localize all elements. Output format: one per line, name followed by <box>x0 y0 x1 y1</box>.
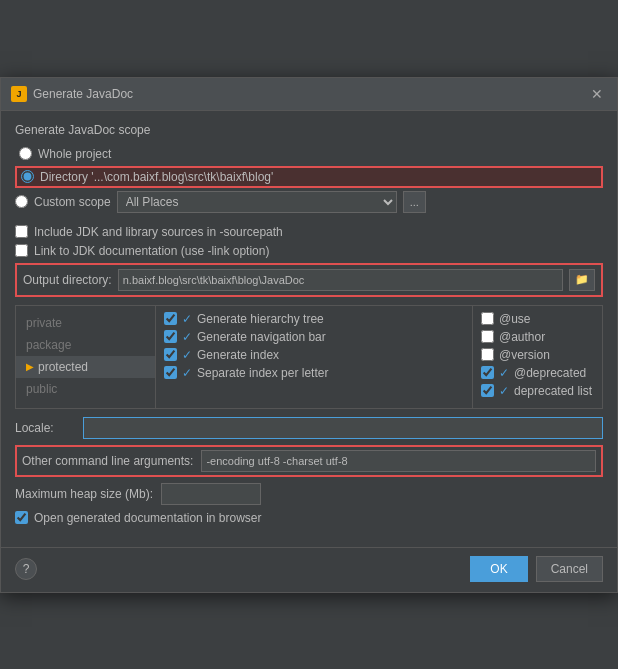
output-directory-row: Output directory: 📁 <box>15 263 603 297</box>
custom-scope-radio[interactable] <box>15 195 28 208</box>
ok-button[interactable]: OK <box>470 556 527 582</box>
dialog-title: Generate JavaDoc <box>33 87 133 101</box>
folder-icon: 📁 <box>575 273 589 286</box>
options-panel: ✓ Generate hierarchy tree ✓ Generate nav… <box>156 306 472 408</box>
generate-index-row: ✓ Generate index <box>164 348 464 362</box>
access-public[interactable]: public <box>16 378 155 400</box>
navigation-bar-checkbox[interactable] <box>164 330 177 343</box>
directory-label: Directory '...\com.baixf.blog\src\tk\bai… <box>40 170 273 184</box>
open-browser-checkbox[interactable] <box>15 511 28 524</box>
link-jdk-row: Link to JDK documentation (use -link opt… <box>15 244 603 258</box>
directory-row: Directory '...\com.baixf.blog\src\tk\bai… <box>15 166 603 188</box>
checkmark-deprecated: ✓ <box>499 366 509 380</box>
hierarchy-tree-checkbox[interactable] <box>164 312 177 325</box>
author-checkbox[interactable] <box>481 330 494 343</box>
title-bar: J Generate JavaDoc ✕ <box>1 78 617 111</box>
open-browser-label: Open generated documentation in browser <box>34 511 261 525</box>
access-protected-label: protected <box>38 360 88 374</box>
use-checkbox[interactable] <box>481 312 494 325</box>
generate-index-label: Generate index <box>197 348 279 362</box>
use-label: @use <box>499 312 531 326</box>
author-row: @author <box>481 330 594 344</box>
locale-label: Locale: <box>15 421 75 435</box>
hierarchy-tree-label: Generate hierarchy tree <box>197 312 324 326</box>
link-jdk-label: Link to JDK documentation (use -link opt… <box>34 244 269 258</box>
cmdline-row: Other command line arguments: <box>15 445 603 477</box>
include-jdk-label: Include JDK and library sources in -sour… <box>34 225 283 239</box>
output-label: Output directory: <box>23 273 112 287</box>
dialog-footer: ? OK Cancel <box>1 547 617 592</box>
open-browser-row: Open generated documentation in browser <box>15 511 603 525</box>
output-directory-input[interactable] <box>118 269 563 291</box>
navigation-bar-label: Generate navigation bar <box>197 330 326 344</box>
scope-select[interactable]: All Places <box>117 191 397 213</box>
arrow-icon: ▶ <box>26 361 34 372</box>
separate-index-label: Separate index per letter <box>197 366 328 380</box>
author-label: @author <box>499 330 545 344</box>
checkmark-separate: ✓ <box>182 366 192 380</box>
heap-input[interactable] <box>161 483 261 505</box>
output-folder-button[interactable]: 📁 <box>569 269 595 291</box>
locale-input[interactable] <box>83 417 603 439</box>
locale-row: Locale: <box>15 417 603 439</box>
separate-index-row: ✓ Separate index per letter <box>164 366 464 380</box>
deprecated-list-label: deprecated list <box>514 384 592 398</box>
heap-row: Maximum heap size (Mb): <box>15 483 603 505</box>
custom-scope-label: Custom scope <box>34 195 111 209</box>
include-jdk-row: Include JDK and library sources in -sour… <box>15 225 603 239</box>
checkmark-nav: ✓ <box>182 330 192 344</box>
deprecated-list-row: ✓ deprecated list <box>481 384 594 398</box>
include-jdk-checkbox[interactable] <box>15 225 28 238</box>
access-package[interactable]: package <box>16 334 155 356</box>
version-label: @version <box>499 348 550 362</box>
custom-scope-row: Custom scope All Places ... <box>15 191 603 213</box>
use-row: @use <box>481 312 594 326</box>
whole-project-radio[interactable] <box>19 147 32 160</box>
access-private-label: private <box>26 316 62 330</box>
scope-radio-group: Whole project Directory '...\com.baixf.b… <box>15 145 603 219</box>
access-protected[interactable]: ▶ protected <box>16 356 155 378</box>
browse-scope-button[interactable]: ... <box>403 191 426 213</box>
options-grid: private package ▶ protected public ✓ <box>15 305 603 409</box>
access-public-label: public <box>26 382 57 396</box>
access-package-label: package <box>26 338 71 352</box>
checkmark-hierarchy: ✓ <box>182 312 192 326</box>
deprecated-list-checkbox[interactable] <box>481 384 494 397</box>
hierarchy-tree-row: ✓ Generate hierarchy tree <box>164 312 464 326</box>
checkmark-index: ✓ <box>182 348 192 362</box>
extras-panel: @use @author @version ✓ @deprecated <box>472 306 602 408</box>
cmdline-input[interactable] <box>201 450 596 472</box>
scope-section-label: Generate JavaDoc scope <box>15 123 603 137</box>
link-jdk-checkbox[interactable] <box>15 244 28 257</box>
cancel-button[interactable]: Cancel <box>536 556 603 582</box>
whole-project-label: Whole project <box>38 147 111 161</box>
heap-label: Maximum heap size (Mb): <box>15 487 153 501</box>
whole-project-row: Whole project <box>15 145 603 163</box>
deprecated-label: @deprecated <box>514 366 586 380</box>
generate-javadoc-dialog: J Generate JavaDoc ✕ Generate JavaDoc sc… <box>0 77 618 593</box>
separate-index-checkbox[interactable] <box>164 366 177 379</box>
navigation-bar-row: ✓ Generate navigation bar <box>164 330 464 344</box>
javadoc-icon: J <box>11 86 27 102</box>
access-private[interactable]: private <box>16 312 155 334</box>
help-button[interactable]: ? <box>15 558 37 580</box>
checkmark-deprecated-list: ✓ <box>499 384 509 398</box>
title-bar-left: J Generate JavaDoc <box>11 86 133 102</box>
version-row: @version <box>481 348 594 362</box>
directory-radio[interactable] <box>21 170 34 183</box>
close-button[interactable]: ✕ <box>587 84 607 104</box>
footer-buttons: OK Cancel <box>470 556 603 582</box>
deprecated-checkbox[interactable] <box>481 366 494 379</box>
generate-index-checkbox[interactable] <box>164 348 177 361</box>
deprecated-row: ✓ @deprecated <box>481 366 594 380</box>
version-checkbox[interactable] <box>481 348 494 361</box>
cmdline-label: Other command line arguments: <box>22 454 193 468</box>
access-panel: private package ▶ protected public <box>16 306 156 408</box>
dialog-content: Generate JavaDoc scope Whole project Dir… <box>1 111 617 547</box>
